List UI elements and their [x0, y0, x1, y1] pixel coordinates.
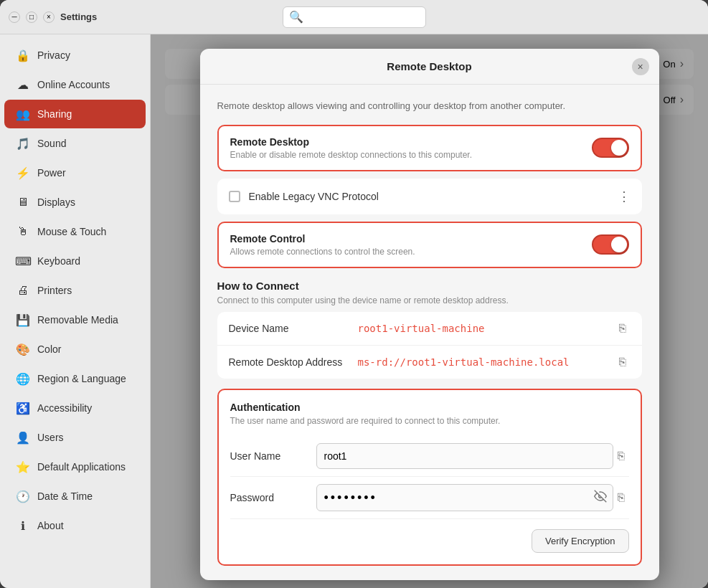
how-to-connect-description: Connect to this computer using the devic… [217, 295, 642, 307]
dialog-title: Remote Desktop [387, 60, 471, 72]
sidebar-item-label: Privacy [37, 49, 70, 61]
legacy-vnc-checkbox[interactable] [229, 191, 240, 202]
sidebar-item-label: Default Applications [37, 461, 126, 473]
dialog-close-button[interactable]: × [632, 58, 649, 75]
about-icon: ℹ [16, 518, 30, 533]
sidebar-item-date-time[interactable]: 🕐 Date & Time [4, 482, 146, 511]
username-input[interactable] [316, 443, 613, 469]
sidebar-item-label: Removable Media [37, 314, 118, 326]
window-controls: ─ □ × [9, 11, 55, 23]
address-label: Remote Desktop Address [229, 356, 358, 368]
legacy-vnc-left: Enable Legacy VNC Protocol [229, 191, 379, 202]
how-to-connect-section: How to Connect Connect to this computer … [217, 280, 642, 307]
sidebar-item-default-apps[interactable]: ⭐ Default Applications [4, 452, 146, 481]
date-time-icon: 🕐 [16, 489, 30, 503]
copy-device-name-button[interactable]: ⎘ [615, 321, 631, 336]
sidebar-item-users[interactable]: 👤 Users [4, 423, 146, 452]
search-bar[interactable]: 🔍 [283, 6, 426, 28]
dialog-description: Remote desktop allows viewing and contro… [217, 99, 642, 113]
device-name-row: Device Name root1-virtual-machine ⎘ [217, 312, 642, 346]
remote-control-toggle[interactable] [592, 234, 629, 255]
sidebar-item-sharing[interactable]: 👥 Sharing [4, 100, 146, 128]
sidebar-item-region-lang[interactable]: 🌐 Region & Language [4, 364, 146, 393]
remote-desktop-label: Remote Desktop [230, 136, 473, 148]
mouse-icon: 🖱 [16, 224, 30, 239]
sidebar-item-accessibility[interactable]: ♿ Accessibility [4, 394, 146, 422]
sidebar-item-displays[interactable]: 🖥 Displays [4, 188, 146, 217]
remote-control-info: Remote Control Allows remote connections… [230, 233, 415, 257]
remote-control-label: Remote Control [230, 233, 415, 245]
dialog-header: Remote Desktop × [200, 49, 659, 85]
sidebar: 🔒 Privacy ☁ Online Accounts 👥 Sharing 🎵 … [0, 34, 151, 588]
sidebar-item-mouse-touch[interactable]: 🖱 Mouse & Touch [4, 217, 146, 246]
minimize-button[interactable]: ─ [9, 11, 20, 23]
sidebar-item-removable-media[interactable]: 💾 Removable Media [4, 305, 146, 334]
copy-address-button[interactable]: ⎘ [615, 354, 631, 370]
password-input[interactable] [317, 485, 588, 511]
sidebar-item-about[interactable]: ℹ About [4, 511, 146, 540]
main-layout: 🔒 Privacy ☁ Online Accounts 👥 Sharing 🎵 … [0, 34, 708, 588]
default-apps-icon: ⭐ [16, 460, 30, 474]
sidebar-item-online-accounts[interactable]: ☁ Online Accounts [4, 70, 146, 99]
sidebar-item-label: Color [37, 343, 61, 355]
settings-window: ─ □ × 🔍 Settings 🔒 Privacy ☁ Online Acco… [0, 0, 708, 588]
sidebar-item-label: Printers [37, 285, 72, 296]
sidebar-item-privacy[interactable]: 🔒 Privacy [4, 41, 146, 70]
remote-desktop-toggle[interactable] [592, 138, 629, 158]
accessibility-icon: ♿ [16, 401, 30, 415]
sidebar-item-keyboard[interactable]: ⌨ Keyboard [4, 247, 146, 275]
copy-username-button[interactable]: ⎘ [613, 448, 629, 464]
address-value: ms-rd://root1-virtual-machine.local [358, 356, 615, 368]
sidebar-item-label: Users [37, 432, 64, 443]
sidebar-item-printers[interactable]: 🖨 Printers [4, 276, 146, 305]
sidebar-item-label: Online Accounts [37, 79, 110, 90]
sidebar-item-color[interactable]: 🎨 Color [4, 335, 146, 364]
sidebar-item-sound[interactable]: 🎵 Sound [4, 129, 146, 158]
sidebar-item-label: Mouse & Touch [37, 226, 106, 237]
sidebar-item-label: Sound [37, 138, 66, 149]
color-icon: 🎨 [16, 342, 30, 356]
sidebar-item-label: Power [37, 167, 66, 179]
sidebar-item-label: Region & Language [37, 373, 126, 384]
modal-overlay: Remote Desktop × Remote desktop allows v… [151, 34, 708, 588]
sharing-icon: 👥 [16, 107, 30, 121]
dialog-body: Remote desktop allows viewing and contro… [200, 85, 659, 580]
sidebar-item-label: Accessibility [37, 402, 92, 414]
sidebar-item-label: Sharing [37, 108, 72, 120]
remote-desktop-dialog: Remote Desktop × Remote desktop allows v… [200, 49, 659, 580]
sidebar-item-label: Displays [37, 196, 75, 208]
connection-info-table: Device Name root1-virtual-machine ⎘ Remo… [217, 312, 642, 379]
maximize-button[interactable]: □ [26, 11, 37, 23]
verify-encryption-button[interactable]: Verify Encryption [532, 529, 629, 553]
search-icon: 🔍 [289, 10, 303, 24]
password-wrapper [316, 484, 613, 511]
displays-icon: 🖥 [16, 195, 30, 209]
sidebar-item-label: About [37, 520, 64, 531]
copy-password-button[interactable]: ⎘ [613, 490, 629, 506]
device-name-value: root1-virtual-machine [358, 323, 615, 334]
title-bar: ─ □ × 🔍 Settings [0, 0, 708, 34]
remote-desktop-info: Remote Desktop Enable or disable remote … [230, 136, 473, 160]
removable-media-icon: 💾 [16, 313, 30, 327]
remote-desktop-row: Remote Desktop Enable or disable remote … [217, 125, 642, 171]
keyboard-icon: ⌨ [16, 254, 30, 268]
remote-control-sublabel: Allows remote connections to control the… [230, 247, 415, 257]
authentication-section: Authentication The user name and passwor… [217, 389, 642, 566]
sound-icon: 🎵 [16, 136, 30, 151]
privacy-icon: 🔒 [16, 48, 30, 62]
username-row: User Name ⎘ [230, 436, 629, 477]
close-window-button[interactable]: × [43, 11, 55, 23]
content-area: On › Off › Remote Desktop [151, 34, 708, 588]
username-label: User Name [230, 450, 316, 462]
device-name-label: Device Name [229, 323, 358, 334]
toggle-password-visibility-button[interactable] [588, 490, 613, 506]
sidebar-item-label: Keyboard [37, 255, 80, 267]
legacy-vnc-more-button[interactable]: ⋮ [618, 189, 631, 204]
online-accounts-icon: ☁ [16, 77, 30, 92]
legacy-vnc-label: Enable Legacy VNC Protocol [249, 191, 379, 202]
auth-title: Authentication [230, 402, 629, 413]
password-label: Password [230, 492, 316, 503]
window-title: Settings [60, 11, 97, 22]
users-icon: 👤 [16, 430, 30, 445]
sidebar-item-power[interactable]: ⚡ Power [4, 158, 146, 187]
